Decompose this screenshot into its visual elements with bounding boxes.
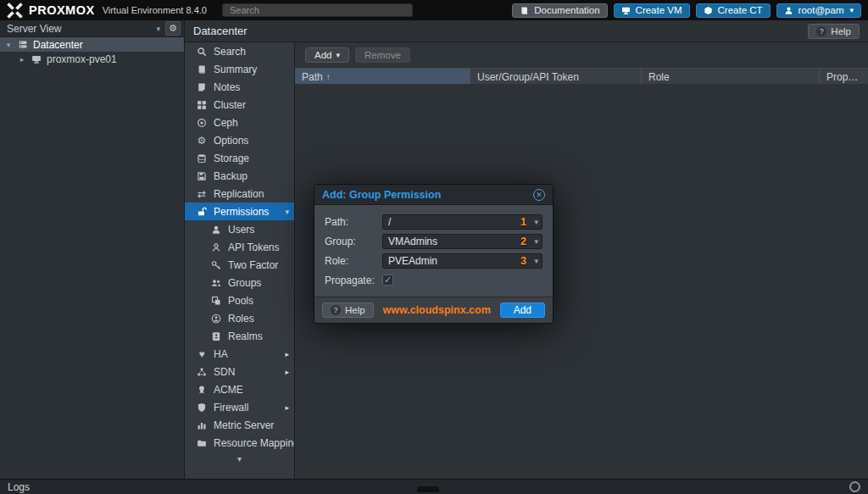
- field-label: Path:: [325, 216, 382, 228]
- menu-item-cluster[interactable]: Cluster: [185, 96, 294, 114]
- combo-value: VMAdmins: [388, 236, 437, 247]
- chevron-down-icon: ▾: [237, 454, 242, 463]
- menu-item-label: API Tokens: [228, 241, 279, 253]
- dialog-add-button[interactable]: Add: [500, 303, 545, 318]
- menu-item-label: Groups: [228, 277, 261, 289]
- help-button[interactable]: ? Help: [808, 24, 860, 39]
- tree-item-label: Datacenter: [33, 39, 83, 51]
- status-circle-icon[interactable]: [849, 481, 860, 492]
- menu-item-metric-server[interactable]: Metric Server: [185, 416, 294, 434]
- menu-item-notes[interactable]: Notes: [185, 78, 294, 96]
- dialog-title: Add: Group Permission: [322, 189, 441, 201]
- panel-splitter-handle[interactable]: [417, 486, 439, 492]
- menu-item-two-factor[interactable]: Two Factor: [185, 256, 294, 274]
- menu-item-pools[interactable]: Pools: [185, 291, 294, 309]
- path-combo[interactable]: /1▾: [382, 214, 542, 230]
- menu-item-roles[interactable]: Roles: [185, 309, 294, 327]
- question-icon: ?: [331, 305, 341, 315]
- search-icon: [196, 47, 208, 57]
- menu-item-label: Search: [214, 46, 246, 58]
- close-icon[interactable]: ✕: [533, 189, 545, 201]
- datacenter-menu: SearchSummaryNotesClusterCeph⚙OptionsSto…: [185, 42, 295, 479]
- chevron-down-icon: ▾: [285, 208, 289, 216]
- propagate-checkbox[interactable]: ✓: [382, 275, 393, 286]
- help-label: Help: [831, 26, 851, 36]
- menu-item-replication[interactable]: ⇄Replication: [185, 185, 294, 203]
- menu-item-storage[interactable]: Storage: [185, 149, 294, 167]
- users-icon: [210, 278, 222, 288]
- menu-item-label: Ceph: [214, 117, 238, 129]
- menu-item-api-tokens[interactable]: API Tokens: [185, 238, 294, 256]
- global-search-input[interactable]: [222, 3, 413, 17]
- column-header-path[interactable]: Path↑: [295, 69, 470, 85]
- menu-item-permissions[interactable]: Permissions▾: [185, 203, 294, 220]
- create-vm-button[interactable]: Create VM: [614, 3, 690, 18]
- replicate-icon: ⇄: [196, 188, 208, 200]
- combo-value: PVEAdmin: [388, 255, 437, 267]
- pools-icon: [210, 296, 222, 306]
- chevron-down-icon: ▾: [156, 25, 165, 33]
- menu-item-ceph[interactable]: Ceph: [185, 114, 294, 131]
- chevron-down-icon: ▾: [534, 218, 538, 226]
- column-header-role[interactable]: Role: [642, 69, 820, 85]
- menu-item-label: Resource Mappings: [214, 437, 295, 449]
- menu-item-resource-mappings[interactable]: Resource Mappings: [185, 434, 294, 452]
- menu-item-ha[interactable]: ♥HA▸: [185, 345, 294, 363]
- table-header: Path↑User/Group/API TokenRolePropag...: [295, 68, 868, 86]
- page-title: Datacenter: [193, 25, 248, 37]
- view-settings-button[interactable]: ⚙: [165, 21, 181, 36]
- menu-item-backup[interactable]: Backup: [185, 167, 294, 185]
- shield-icon: [196, 402, 208, 413]
- chevron-down-icon: ▾: [534, 237, 538, 246]
- add-button[interactable]: Add ▾: [305, 47, 349, 63]
- tree-item-datacenter[interactable]: ▾Datacenter: [0, 37, 184, 52]
- network-icon: [196, 367, 208, 377]
- documentation-button[interactable]: Documentation: [512, 3, 607, 18]
- column-header-user-group-api-token[interactable]: User/Group/API Token: [470, 69, 642, 85]
- menu-item-label: Permissions: [214, 206, 269, 218]
- menu-item-groups[interactable]: Groups: [185, 274, 294, 291]
- add-label: Add: [314, 50, 331, 60]
- menu-item-options[interactable]: ⚙Options: [185, 131, 294, 149]
- field-row-role: Role:PVEAdmin3▾: [325, 252, 542, 269]
- database-icon: [196, 153, 208, 164]
- menu-item-users[interactable]: Users: [185, 220, 294, 238]
- create-ct-button[interactable]: Create CT: [696, 3, 771, 18]
- column-label: Propag...: [826, 69, 861, 85]
- chevron-right-icon[interactable]: ▸: [18, 55, 26, 64]
- dialog-footer: ? Help www.cloudspinx.com Add: [314, 297, 553, 323]
- user-menu-button[interactable]: root@pam ▾: [776, 3, 861, 18]
- dialog-body: Path:/1▾Group:VMAdmins2▾Role:PVEAdmin3▾P…: [314, 205, 553, 297]
- role-combo[interactable]: PVEAdmin3▾: [382, 253, 542, 269]
- folder-icon: [196, 438, 208, 448]
- brand-text: PROXMOX: [29, 3, 95, 17]
- column-label: Path: [302, 69, 323, 85]
- dialog-titlebar[interactable]: Add: Group Permission ✕: [314, 185, 553, 205]
- menu-item-label: Options: [214, 135, 248, 147]
- menu-item-sdn[interactable]: SDN▸: [185, 363, 294, 380]
- menu-overflow-indicator[interactable]: ▾: [185, 454, 294, 463]
- tree-item-proxmox-pve01[interactable]: ▸proxmox-pve01: [0, 52, 184, 66]
- content-header: Datacenter ? Help: [185, 20, 868, 42]
- chevron-down-icon: ▾: [849, 6, 854, 14]
- menu-item-label: Summary: [214, 64, 257, 75]
- column-header-propag[interactable]: Propag...: [820, 69, 868, 85]
- menu-item-label: Firewall: [214, 402, 248, 414]
- chevron-down-icon[interactable]: ▾: [4, 41, 13, 49]
- menu-item-label: Pools: [228, 295, 253, 307]
- chevron-right-icon: ▸: [285, 350, 289, 358]
- menu-item-label: Backup: [214, 170, 248, 182]
- menu-item-firewall[interactable]: Firewall▸: [185, 398, 294, 416]
- menu-item-summary[interactable]: Summary: [185, 60, 294, 78]
- group-combo[interactable]: VMAdmins2▾: [382, 234, 542, 249]
- menu-item-search[interactable]: Search: [185, 42, 294, 60]
- field-row-group: Group:VMAdmins2▾: [325, 232, 542, 250]
- remove-button[interactable]: Remove: [355, 47, 410, 63]
- menu-item-acme[interactable]: ACME: [185, 380, 294, 398]
- role-icon: [210, 314, 222, 324]
- menu-item-label: Replication: [214, 188, 264, 200]
- view-selector[interactable]: Server View ▾ ⚙: [0, 20, 184, 37]
- menu-item-realms[interactable]: Realms: [185, 327, 294, 345]
- floppy-icon: [196, 171, 208, 181]
- dialog-help-button[interactable]: ? Help: [322, 303, 374, 318]
